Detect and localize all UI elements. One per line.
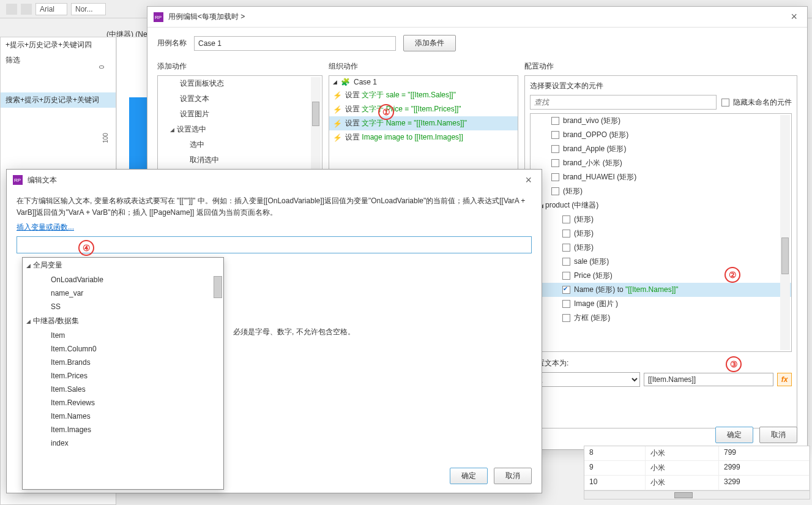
dropdown-item[interactable]: OnLoadVariable: [23, 273, 223, 286]
dialog-titlebar: RP 用例编辑<每项加载时 > ×: [147, 7, 807, 28]
widget-search-input[interactable]: [530, 95, 717, 110]
choose-widget-label: 选择要设置文本的元件: [530, 81, 792, 91]
widget-item[interactable]: 方框 (矩形): [531, 311, 791, 325]
case-label: Case 1: [354, 78, 377, 86]
widget-item[interactable]: Image (图片 ): [531, 297, 791, 311]
add-action-label: 添加动作: [157, 61, 322, 72]
insert-variable-link[interactable]: 插入变量或函数...: [7, 222, 542, 233]
table-row[interactable]: 8小米799: [584, 446, 810, 461]
widget-item[interactable]: (矩形): [531, 241, 791, 255]
dropdown-item[interactable]: Item.Brands: [23, 356, 223, 369]
variable-dropdown: 全局变量 OnLoadVariable name_var SS 中继器/数据集 …: [22, 257, 224, 490]
instruction-text: 在下方编辑区输入文本, 变量名称或表达式要写在 "[[""]]" 中。例如：插入…: [7, 190, 542, 222]
case-node[interactable]: ◢ 🧩 Case 1: [329, 76, 518, 88]
dropdown-item[interactable]: SS: [23, 300, 223, 313]
action-item[interactable]: 选中: [158, 137, 322, 152]
widget-item[interactable]: brand_OPPO (矩形): [531, 128, 791, 142]
action-row-selected[interactable]: ⚡设置 文字于 Name = "[[Item.Names]]": [329, 116, 518, 130]
tool-icon[interactable]: [22, 21, 33, 34]
expand-icon[interactable]: ◢: [333, 79, 337, 85]
set-text-label: 设置文本为:: [530, 358, 792, 368]
action-item[interactable]: 设置文本: [158, 91, 322, 107]
value-input[interactable]: [644, 373, 773, 386]
widget-item[interactable]: brand_HUAWEI (矩形): [531, 170, 791, 184]
lightning-icon: ⚡: [333, 91, 341, 100]
organize-action-label: 组织动作: [329, 61, 518, 72]
dropdown-item[interactable]: Item.Reviews: [23, 396, 223, 410]
action-row[interactable]: ⚡设置 Image image to [[Item.Images]]: [329, 130, 518, 144]
close-icon[interactable]: ×: [521, 174, 535, 187]
widget-item[interactable]: (矩形): [531, 184, 791, 198]
case-name-input[interactable]: [194, 36, 396, 51]
value-type-select[interactable]: 值: [530, 372, 640, 387]
hide-unnamed-checkbox[interactable]: 隐藏未命名的元件: [721, 97, 792, 108]
fx-button[interactable]: fx: [777, 373, 792, 386]
app-icon: RP: [13, 175, 23, 185]
tool-icon[interactable]: [6, 21, 17, 34]
widget-item[interactable]: brand_vivo (矩形): [531, 114, 791, 128]
font-select[interactable]: Arial: [35, 3, 67, 15]
table-row[interactable]: 9小米2999: [584, 461, 810, 476]
scrollbar[interactable]: [780, 115, 790, 350]
dialog-title-text: 用例编辑<每项加载时 >: [168, 12, 245, 22]
app-icon: RP: [154, 12, 163, 22]
dropdown-item[interactable]: Item.Column0: [23, 342, 223, 356]
widget-item[interactable]: brand_小米 (矩形): [531, 156, 791, 170]
action-row[interactable]: ⚡设置 文字于 Price = "[[Item.Prices]]": [329, 102, 518, 116]
widget-item[interactable]: (矩形): [531, 212, 791, 226]
action-item[interactable]: 取消选中: [158, 152, 322, 168]
dropdown-item[interactable]: Item.Sales: [23, 383, 223, 396]
widget-item[interactable]: (矩形): [531, 226, 791, 241]
lightning-icon: ⚡: [333, 119, 341, 128]
dialog-titlebar: RP 编辑文本 ×: [7, 170, 542, 190]
tool-icon[interactable]: [54, 21, 65, 34]
ok-button[interactable]: 确定: [715, 427, 753, 443]
widget-item-selected[interactable]: Name (矩形) to "[[Item.Names]]": [531, 283, 791, 297]
outline-node-selected[interactable]: 搜索+提示+历史记录+关键词: [1, 92, 116, 108]
widget-item[interactable]: Price (矩形): [531, 269, 791, 283]
horizontal-scrollbar[interactable]: [584, 490, 810, 499]
action-item[interactable]: 设置面板状态: [158, 76, 322, 91]
cancel-button[interactable]: 取消: [494, 468, 532, 484]
dropdown-item[interactable]: Item: [23, 329, 223, 342]
case-icon: 🧩: [341, 78, 350, 86]
dropdown-group[interactable]: 全局变量: [23, 258, 223, 273]
configure-action-label: 配置动作: [524, 61, 797, 72]
action-item[interactable]: 设置图片: [158, 107, 322, 122]
tool-icon[interactable]: [38, 21, 49, 34]
table-row[interactable]: 10小米3299: [584, 476, 810, 490]
case-name-label: 用例名称: [157, 38, 187, 48]
action-group-item[interactable]: 设置选中: [158, 122, 322, 137]
dropdown-item[interactable]: name_var: [23, 286, 223, 300]
dialog-title-text: 编辑文本: [28, 175, 57, 185]
ruler-tick: 0: [99, 65, 105, 69]
expression-input-wrapper: [17, 236, 532, 253]
scrollbar-thumb[interactable]: [214, 276, 222, 298]
dropdown-item[interactable]: Item.Names: [23, 410, 223, 423]
ok-button[interactable]: 确定: [450, 468, 488, 484]
widget-item[interactable]: sale (矩形): [531, 255, 791, 269]
expression-input[interactable]: [17, 237, 531, 253]
ruler-tick: 100: [102, 133, 109, 143]
outline-node[interactable]: +提示+历史记录+关键词四: [1, 37, 116, 53]
add-condition-button[interactable]: 添加条件: [403, 35, 456, 51]
dropdown-group[interactable]: 中继器/数据集: [23, 313, 223, 329]
widget-group[interactable]: ◢product (中继器): [531, 198, 791, 212]
lightning-icon: ⚡: [333, 105, 341, 114]
toolbar-icon[interactable]: [21, 4, 32, 15]
toolbar-icon[interactable]: [6, 4, 17, 15]
widget-item[interactable]: brand_Apple (矩形): [531, 142, 791, 156]
widget-tree: brand_vivo (矩形) brand_OPPO (矩形) brand_Ap…: [530, 113, 792, 352]
dropdown-item[interactable]: Item.Images: [23, 423, 223, 436]
lightning-icon: ⚡: [333, 133, 341, 142]
action-row[interactable]: ⚡设置 文字于 sale = "[[Item.Sales]]": [329, 88, 518, 102]
font-style-select[interactable]: Nor...: [71, 3, 106, 15]
dropdown-item[interactable]: Item.Prices: [23, 369, 223, 383]
cancel-button[interactable]: 取消: [759, 427, 797, 443]
data-table: 8小米799 9小米2999 10小米3299: [584, 446, 810, 499]
dropdown-item[interactable]: index: [23, 436, 223, 450]
validation-hint: 必须是字母、数字, 不允许包含空格。: [233, 327, 532, 337]
close-icon[interactable]: ×: [787, 10, 801, 23]
